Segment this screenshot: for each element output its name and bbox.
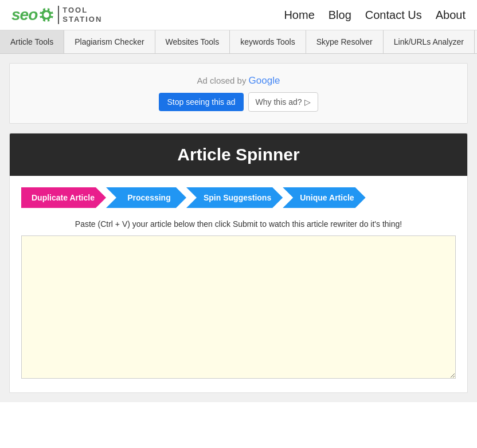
svg-point-1: [44, 12, 49, 18]
tab-ranker[interactable]: Ranke...: [475, 30, 477, 53]
tab-link-urls-analyzer[interactable]: Link/URLs Analyzer: [384, 30, 475, 53]
nav-about[interactable]: About: [436, 9, 466, 22]
svg-rect-3: [45, 19, 48, 23]
step-duplicate-article[interactable]: Duplicate Article: [21, 187, 106, 208]
main-nav: Home Blog Contact Us About: [284, 9, 466, 22]
tab-websites-tools[interactable]: Websites Tools: [155, 30, 230, 53]
tab-keywords-tools[interactable]: keywords Tools: [230, 30, 306, 53]
nav-contact[interactable]: Contact Us: [365, 9, 422, 22]
logo-area: seo TOOL STATION: [11, 6, 102, 24]
svg-rect-4: [39, 14, 42, 16]
tab-plagiarism-checker[interactable]: Plagiarism Checker: [64, 30, 155, 53]
google-text: Google: [249, 75, 280, 86]
main-content: Ad closed by Google Stop seeing this ad …: [0, 54, 477, 402]
step-spin-suggestions[interactable]: Spin Suggestions: [186, 187, 283, 208]
svg-rect-5: [51, 14, 54, 16]
nav-home[interactable]: Home: [284, 9, 314, 22]
nav-tabs-bar: Article Tools Plagiarism Checker Website…: [0, 30, 477, 54]
why-label: Why this ad?: [256, 97, 302, 107]
tab-article-tools[interactable]: Article Tools: [0, 30, 64, 53]
article-input[interactable]: [21, 235, 456, 379]
spinner-body: Duplicate Article Processing Spin Sugges…: [10, 176, 467, 392]
stop-seeing-ad-button[interactable]: Stop seeing this ad: [159, 93, 243, 111]
why-icon: ▷: [304, 97, 311, 107]
logo-tool-station: TOOL STATION: [58, 6, 102, 23]
logo-seo-text: seo: [11, 6, 37, 24]
spinner-instruction: Paste (Ctrl + V) your article below then…: [21, 219, 456, 229]
nav-blog[interactable]: Blog: [329, 9, 351, 22]
logo-svg: seo TOOL STATION: [11, 6, 102, 24]
ad-closed-text: Ad closed by Google: [21, 75, 456, 87]
why-this-ad-button[interactable]: Why this ad? ▷: [248, 92, 318, 112]
header: seo TOOL STATION Home Blog Contact U: [0, 0, 477, 30]
ad-buttons: Stop seeing this ad Why this ad? ▷: [21, 92, 456, 112]
svg-rect-2: [45, 7, 48, 11]
ad-box: Ad closed by Google Stop seeing this ad …: [9, 63, 468, 124]
tab-skype-resolver[interactable]: Skype Resolver: [306, 30, 384, 53]
step-unique-article[interactable]: Unique Article: [283, 187, 365, 208]
gear-icon: [38, 7, 54, 23]
article-spinner-section: Article Spinner Duplicate Article Proces…: [9, 133, 468, 393]
spinner-title: Article Spinner: [10, 133, 467, 176]
step-processing[interactable]: Processing: [106, 187, 186, 208]
steps-bar: Duplicate Article Processing Spin Sugges…: [21, 187, 456, 208]
